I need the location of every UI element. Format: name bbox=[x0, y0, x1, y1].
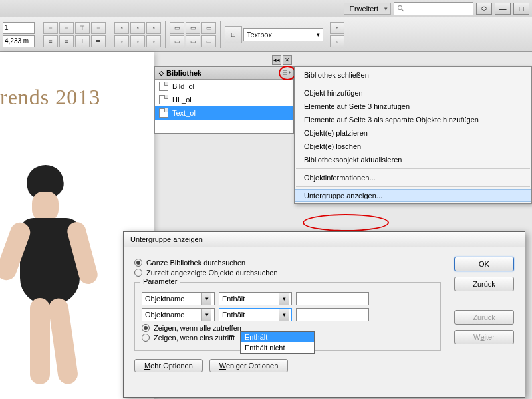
panel-flyout-menu: Bibliothek schließen Objekt hinzufügen E… bbox=[294, 66, 532, 204]
panel-close-button[interactable]: ✕ bbox=[283, 55, 292, 65]
dist-h2-button[interactable]: ▫ bbox=[130, 22, 145, 34]
align-left-button[interactable]: ≡ bbox=[43, 22, 58, 34]
menu-add-page-separate[interactable]: Elemente auf Seite 3 als separate Objekt… bbox=[295, 113, 531, 126]
operator-select-2[interactable]: Enthält bbox=[219, 308, 292, 321]
field-select-1[interactable]: Objektname bbox=[142, 292, 215, 305]
dist-h1-button[interactable]: ▫ bbox=[114, 22, 129, 34]
columns-input[interactable] bbox=[3, 22, 35, 34]
page-heading: rends 2013 bbox=[0, 52, 154, 110]
operator-select-1[interactable]: Enthält bbox=[219, 292, 292, 305]
ok-button[interactable]: OK bbox=[454, 257, 514, 271]
doc-icon bbox=[159, 95, 168, 104]
wrap1-button[interactable]: ▭ bbox=[170, 22, 184, 34]
dist-v2-button[interactable]: ▫ bbox=[130, 35, 145, 47]
library-item[interactable]: Text_ol bbox=[155, 106, 293, 120]
dist-v1-button[interactable]: ▫ bbox=[114, 35, 129, 47]
menu-close-library[interactable]: Bibliothek schließen bbox=[295, 68, 531, 82]
library-tab[interactable]: Bibliothek bbox=[155, 67, 293, 80]
library-list[interactable]: Bild_ol HL_ol Text_ol bbox=[155, 80, 293, 133]
subgroup-dialog: Untergruppe anzeigen Ganze Bibliothek du… bbox=[123, 231, 525, 398]
panel-collapse-button[interactable]: ◂◂ bbox=[272, 55, 281, 65]
valign-just-button[interactable]: ≣ bbox=[91, 35, 106, 47]
menu-add-object[interactable]: Objekt hinzufügen bbox=[295, 86, 531, 100]
menu-add-page[interactable]: Elemente auf Seite 3 hinzufügen bbox=[295, 100, 531, 113]
svg-line-1 bbox=[402, 9, 404, 11]
model-image bbox=[0, 165, 113, 399]
valign-bot-button[interactable]: ⊥ bbox=[75, 35, 90, 47]
svg-point-0 bbox=[398, 5, 402, 9]
radio-icon bbox=[142, 334, 150, 342]
field-select-2[interactable]: Objektname bbox=[142, 308, 215, 321]
object-style-icon[interactable]: ⊡ bbox=[225, 26, 242, 43]
cancel-button[interactable]: Zurück bbox=[454, 277, 514, 291]
minimize-button[interactable]: — bbox=[495, 3, 511, 15]
more-options-button[interactable]: MMehr Optionenehr Optionen bbox=[134, 359, 203, 372]
gutter-input[interactable] bbox=[3, 35, 35, 47]
maximize-button[interactable]: □ bbox=[513, 3, 529, 15]
wrap4-button[interactable]: ▭ bbox=[170, 35, 184, 47]
panel-flyout-button[interactable] bbox=[281, 68, 292, 78]
valign-top-button[interactable]: ⊤ bbox=[75, 22, 90, 34]
dist-h3-button[interactable]: ▫ bbox=[146, 22, 161, 34]
dist-v3-button[interactable]: ▫ bbox=[146, 35, 161, 47]
fewer-options-button[interactable]: Weniger Optionen bbox=[209, 359, 288, 372]
operator-dropdown[interactable]: Enthält Enthält nicht bbox=[240, 331, 315, 354]
workspace-dropdown[interactable]: Erweitert bbox=[344, 3, 391, 15]
panel-title: Bibliothek bbox=[166, 69, 201, 77]
library-item[interactable]: Bild_ol bbox=[155, 80, 293, 93]
back-button: Zurück bbox=[454, 310, 514, 325]
doc-icon bbox=[159, 82, 168, 91]
radio-icon bbox=[134, 259, 142, 267]
window-arrange-button[interactable] bbox=[476, 3, 492, 15]
align-center-button[interactable]: ≡ bbox=[59, 22, 74, 34]
maximize-icon: □ bbox=[519, 5, 524, 13]
library-item[interactable]: HL_ol bbox=[155, 93, 293, 106]
annotation-ellipse bbox=[303, 214, 389, 231]
search-icon bbox=[397, 5, 405, 13]
wrap2-button[interactable]: ▭ bbox=[186, 22, 200, 34]
library-panel: ◂◂ ✕ Bibliothek Bild_ol HL_ol Text_ol bbox=[154, 66, 294, 134]
align-justify-button[interactable]: ≡ bbox=[59, 35, 74, 47]
value-input-2[interactable] bbox=[296, 308, 369, 321]
control-toolbar: ≡≡ ≡≡ ⊤≡ ⊥≣ ▫▫▫ ▫▫▫ ▭▭▭ ▭▭▭ ⊡ Textbox ▫ … bbox=[0, 17, 532, 52]
dropdown-option[interactable]: Enthält nicht bbox=[241, 342, 314, 353]
minimize-icon: — bbox=[499, 5, 507, 13]
flyout-menu-icon bbox=[283, 70, 291, 76]
doc-icon bbox=[159, 108, 168, 118]
value-input-1[interactable] bbox=[296, 292, 369, 305]
radio-icon bbox=[134, 269, 142, 277]
radio-icon bbox=[142, 324, 150, 332]
wrap6-button[interactable]: ▭ bbox=[201, 35, 216, 47]
align-right-button[interactable]: ≡ bbox=[43, 35, 58, 47]
arrange-icon bbox=[479, 5, 489, 12]
search-input[interactable] bbox=[394, 2, 473, 15]
object-style-select[interactable]: Textbox bbox=[243, 28, 323, 41]
menu-delete[interactable]: Objekt(e) löschen bbox=[295, 140, 531, 153]
next-button: Weiter bbox=[454, 330, 514, 344]
wrap5-button[interactable]: ▭ bbox=[186, 35, 200, 47]
radio-search-current[interactable]: Zurzeit angezeigte Objekte durchsuchen bbox=[134, 269, 441, 277]
menu-object-info[interactable]: Objektinformationen... bbox=[295, 171, 531, 184]
fieldset-legend: Parameter bbox=[140, 277, 180, 285]
menu-place[interactable]: Objekt(e) platzieren bbox=[295, 126, 531, 140]
wrap3-button[interactable]: ▭ bbox=[201, 22, 216, 34]
misc1-button[interactable]: ▫ bbox=[330, 22, 344, 34]
misc2-button[interactable]: ▫ bbox=[330, 35, 344, 47]
valign-mid-button[interactable]: ≡ bbox=[91, 22, 106, 34]
radio-search-all[interactable]: Ganze Bibliothek durchsuchen bbox=[134, 259, 441, 267]
dialog-title: Untergruppe anzeigen bbox=[124, 232, 525, 247]
dropdown-option[interactable]: Enthält bbox=[241, 332, 314, 342]
menu-update[interactable]: Bibliotheksobjekt aktualisieren bbox=[295, 153, 531, 166]
menu-show-subgroup[interactable]: Untergruppe anzeigen... bbox=[295, 189, 531, 202]
